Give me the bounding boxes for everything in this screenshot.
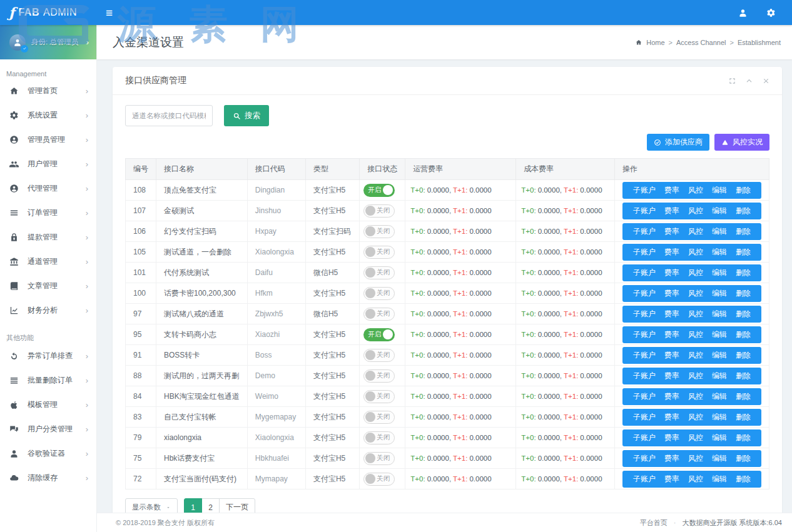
action-sub-account-button[interactable]: 子账户 <box>629 474 660 484</box>
action-delete-button[interactable]: 删除 <box>731 309 755 319</box>
action-rate-button[interactable]: 费率 <box>660 412 684 423</box>
action-sub-account-button[interactable]: 子账户 <box>629 206 660 216</box>
action-risk-button[interactable]: 风控 <box>684 391 708 402</box>
action-edit-button[interactable]: 编辑 <box>708 206 731 216</box>
action-sub-account-button[interactable]: 子账户 <box>629 226 660 237</box>
action-edit-button[interactable]: 编辑 <box>708 288 731 299</box>
sidebar-item-agent[interactable]: 代理管理 › <box>0 176 96 201</box>
action-rate-button[interactable]: 费率 <box>660 226 684 237</box>
profile-panel[interactable]: 身份: 总管理员 › <box>0 25 96 59</box>
action-rate-button[interactable]: 费率 <box>660 206 684 216</box>
action-delete-button[interactable]: 删除 <box>731 226 755 237</box>
action-sub-account-button[interactable]: 子账户 <box>629 391 660 402</box>
action-rate-button[interactable]: 费率 <box>660 391 684 402</box>
action-risk-button[interactable]: 风控 <box>684 268 708 278</box>
status-toggle-off[interactable]: 关闭 <box>363 431 395 444</box>
action-edit-button[interactable]: 编辑 <box>708 412 731 423</box>
status-toggle-off[interactable]: 关闭 <box>363 349 395 362</box>
sidebar-item-abnormal[interactable]: 异常订单排查 › <box>0 344 96 368</box>
settings-gear-icon[interactable] <box>766 8 776 18</box>
status-toggle-off[interactable]: 关闭 <box>363 204 395 218</box>
page-button-1[interactable]: 1 <box>184 498 202 513</box>
action-delete-button[interactable]: 删除 <box>731 453 755 464</box>
action-edit-button[interactable]: 编辑 <box>708 329 731 340</box>
action-risk-button[interactable]: 风控 <box>684 226 708 237</box>
action-sub-account-button[interactable]: 子账户 <box>629 350 660 361</box>
sidebar-item-user-category[interactable]: 用户分类管理 › <box>0 417 96 441</box>
page-button-2[interactable]: 2 <box>201 498 220 513</box>
expand-icon[interactable] <box>729 78 736 84</box>
action-risk-button[interactable]: 风控 <box>684 185 708 196</box>
action-risk-button[interactable]: 风控 <box>684 329 708 340</box>
action-delete-button[interactable]: 删除 <box>731 206 755 216</box>
action-rate-button[interactable]: 费率 <box>660 433 684 443</box>
sidebar-item-home[interactable]: 管理首页 › <box>0 79 96 103</box>
action-sub-account-button[interactable]: 子账户 <box>629 288 660 299</box>
action-sub-account-button[interactable]: 子账户 <box>629 371 660 381</box>
status-toggle-off[interactable]: 关闭 <box>363 411 395 424</box>
action-risk-button[interactable]: 风控 <box>684 453 708 464</box>
sidebar-item-admin[interactable]: 管理员管理 › <box>0 128 96 152</box>
action-risk-button[interactable]: 风控 <box>684 206 708 216</box>
action-rate-button[interactable]: 费率 <box>660 329 684 340</box>
status-toggle-on[interactable]: 开启 <box>363 184 395 197</box>
action-risk-button[interactable]: 风控 <box>684 371 708 381</box>
sidebar-item-withdraw[interactable]: 提款管理 › <box>0 225 96 249</box>
breadcrumb-item[interactable]: Establishment <box>738 39 781 46</box>
status-toggle-off[interactable]: 关闭 <box>363 473 395 486</box>
action-rate-button[interactable]: 费率 <box>660 185 684 196</box>
action-edit-button[interactable]: 编辑 <box>708 371 731 381</box>
sidebar-item-clear-cache[interactable]: 清除缓存 › <box>0 466 96 490</box>
action-edit-button[interactable]: 编辑 <box>708 226 731 237</box>
action-sub-account-button[interactable]: 子账户 <box>629 247 660 258</box>
action-edit-button[interactable]: 编辑 <box>708 350 731 361</box>
action-delete-button[interactable]: 删除 <box>731 247 755 258</box>
action-rate-button[interactable]: 费率 <box>660 453 684 464</box>
action-sub-account-button[interactable]: 子账户 <box>629 412 660 423</box>
sidebar-item-finance[interactable]: 财务分析 › <box>0 298 96 323</box>
risk-live-button[interactable]: 风控实况 <box>714 134 769 151</box>
brand-logo[interactable]: ƒ FAB ADMIN <box>0 4 97 21</box>
action-sub-account-button[interactable]: 子账户 <box>629 433 660 443</box>
sidebar-item-gear[interactable]: 系统设置 › <box>0 103 96 128</box>
close-icon[interactable] <box>763 78 769 84</box>
user-icon[interactable] <box>738 8 748 18</box>
action-rate-button[interactable]: 费率 <box>660 247 684 258</box>
action-risk-button[interactable]: 风控 <box>684 288 708 299</box>
action-sub-account-button[interactable]: 子账户 <box>629 453 660 464</box>
status-toggle-off[interactable]: 关闭 <box>363 246 395 259</box>
action-delete-button[interactable]: 删除 <box>731 391 755 402</box>
next-page-button[interactable]: 下一页 <box>219 498 255 513</box>
action-edit-button[interactable]: 编辑 <box>708 391 731 402</box>
add-supplier-button[interactable]: 添加供应商 <box>647 134 709 151</box>
action-risk-button[interactable]: 风控 <box>684 309 708 319</box>
status-toggle-on[interactable]: 开启 <box>363 328 395 341</box>
action-edit-button[interactable]: 编辑 <box>708 453 731 464</box>
sidebar-item-users[interactable]: 用户管理 › <box>0 152 96 176</box>
action-delete-button[interactable]: 删除 <box>731 371 755 381</box>
sidebar-item-orders[interactable]: 订单管理 › <box>0 201 96 225</box>
action-risk-button[interactable]: 风控 <box>684 247 708 258</box>
action-delete-button[interactable]: 删除 <box>731 474 755 484</box>
search-button[interactable]: 搜索 <box>224 105 269 126</box>
action-edit-button[interactable]: 编辑 <box>708 268 731 278</box>
action-delete-button[interactable]: 删除 <box>731 185 755 196</box>
sidebar-item-article[interactable]: 文章管理 › <box>0 274 96 298</box>
action-sub-account-button[interactable]: 子账户 <box>629 268 660 278</box>
action-risk-button[interactable]: 风控 <box>684 433 708 443</box>
action-sub-account-button[interactable]: 子账户 <box>629 309 660 319</box>
breadcrumb-item[interactable]: Home <box>646 39 664 46</box>
action-edit-button[interactable]: 编辑 <box>708 247 731 258</box>
page-size-dropdown[interactable]: 显示条数 <box>125 498 178 513</box>
action-delete-button[interactable]: 删除 <box>731 268 755 278</box>
action-risk-button[interactable]: 风控 <box>684 350 708 361</box>
action-delete-button[interactable]: 删除 <box>731 350 755 361</box>
action-rate-button[interactable]: 费率 <box>660 371 684 381</box>
action-rate-button[interactable]: 费率 <box>660 309 684 319</box>
status-toggle-off[interactable]: 关闭 <box>363 308 395 321</box>
action-rate-button[interactable]: 费率 <box>660 288 684 299</box>
action-delete-button[interactable]: 删除 <box>731 288 755 299</box>
status-toggle-off[interactable]: 关闭 <box>363 287 395 300</box>
action-risk-button[interactable]: 风控 <box>684 474 708 484</box>
action-edit-button[interactable]: 编辑 <box>708 474 731 484</box>
